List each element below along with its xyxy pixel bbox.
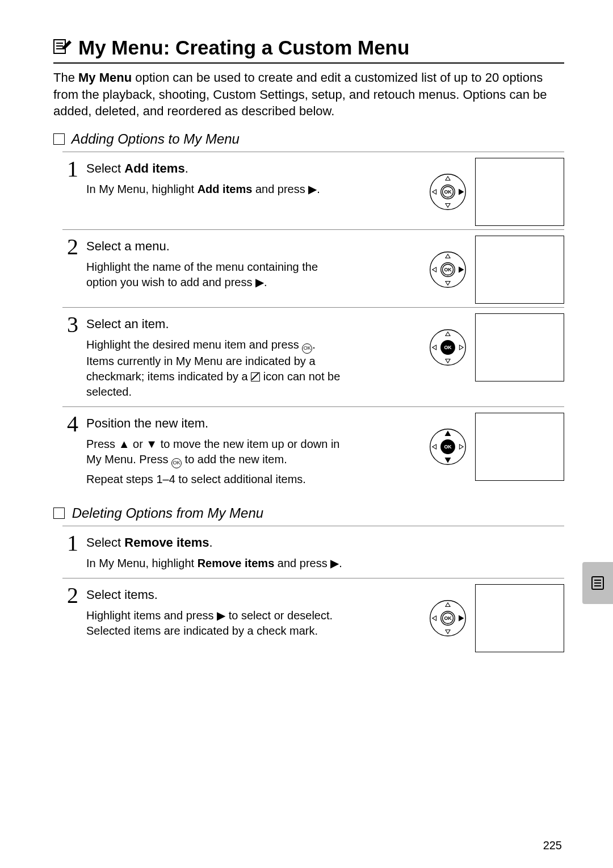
step-desc: Highlight items and press ▶ to select or… (86, 608, 342, 639)
screenshot-placeholder (475, 236, 564, 304)
add-step-2: 2 Select a menu. Highlight the name of t… (62, 229, 564, 307)
step-number: 2 (62, 236, 83, 258)
svg-marker-28 (433, 445, 436, 449)
step-heading: Select Remove items. (86, 535, 564, 550)
step-desc: In My Menu, highlight Remove items and p… (86, 556, 564, 571)
desc-post: and press ▶. (274, 557, 342, 569)
step-number: 4 (62, 413, 83, 435)
svg-marker-27 (445, 458, 451, 463)
dpad-ok-icon: OK (429, 328, 467, 367)
screenshot-placeholder (475, 413, 564, 481)
dpad-ok-label: OK (444, 345, 452, 350)
svg-marker-16 (433, 267, 436, 272)
add-step-3: 3 Select an item. Highlight the desired … (62, 307, 564, 406)
title-text: My Menu: Creating a Custom Menu (78, 36, 409, 59)
desc-post: and press ▶. (252, 183, 320, 195)
step-desc-2: Repeat steps 1–4 to select additional it… (86, 472, 342, 487)
svg-marker-10 (459, 189, 464, 195)
svg-marker-14 (446, 254, 450, 258)
step-heading: Position the new item. (86, 416, 429, 431)
svg-marker-15 (446, 281, 450, 285)
svg-marker-8 (446, 203, 450, 207)
add-step-4: 4 Position the new item. Press ▲ or ▼ to… (62, 406, 564, 494)
del-step-1: 1 Select Remove items. In My Menu, highl… (62, 526, 564, 578)
svg-marker-20 (446, 332, 450, 336)
svg-marker-9 (433, 190, 436, 194)
heading-post: . (185, 161, 188, 175)
step-heading: Select an item. (86, 317, 429, 332)
step-desc: In My Menu, highlight Add items and pres… (86, 182, 342, 197)
dpad-ok-label: OK (444, 267, 452, 272)
dpad-right-icon: OK (429, 599, 467, 638)
svg-marker-35 (433, 616, 436, 620)
ok-button-icon: OK (302, 343, 312, 354)
desc-a: Highlight the desired menu item and pres… (86, 338, 302, 351)
desc-bold: Add items (198, 183, 253, 195)
svg-marker-22 (433, 345, 436, 350)
step-heading: Select a menu. (86, 239, 429, 254)
svg-marker-29 (459, 445, 463, 449)
desc-bold: Remove items (198, 557, 275, 569)
heading-post: . (209, 535, 212, 550)
intro-paragraph: The My Menu option can be used to create… (53, 69, 564, 120)
dpad-ok-label: OK (444, 189, 452, 195)
section-deleting-title: Deleting Options from My Menu (53, 505, 564, 521)
step-number: 3 (62, 313, 83, 336)
screenshot-placeholder (475, 158, 564, 226)
prohibit-icon (251, 372, 260, 381)
dpad-right-icon: OK (429, 173, 467, 211)
dpad-ok-label: OK (444, 615, 452, 621)
section-deleting-text: Deleting Options from My Menu (72, 505, 263, 521)
heading-bold: Remove items (124, 535, 209, 550)
step-desc: Highlight the name of the menu containin… (86, 259, 342, 290)
dpad-updown-ok-icon: OK (429, 427, 467, 466)
page-number: 225 (543, 839, 562, 852)
side-tab (582, 562, 613, 604)
step-number: 2 (62, 584, 83, 607)
step-heading: Select items. (86, 588, 429, 602)
desc-pre: In My Menu, highlight (86, 183, 198, 195)
desc1-b: to add the new item. (182, 453, 287, 466)
svg-marker-23 (459, 345, 463, 350)
ok-button-icon: OK (171, 458, 182, 468)
del-step-2: 2 Select items. Highlight items and pres… (62, 578, 564, 656)
heading-bold: Add items (124, 161, 184, 175)
intro-pre: The (53, 70, 78, 85)
my-menu-icon (53, 38, 73, 58)
dpad-ok-label: OK (444, 444, 452, 450)
dpad-right-icon: OK (429, 250, 467, 289)
heading-pre: Select (86, 535, 124, 550)
svg-marker-33 (446, 603, 450, 607)
step-desc: Highlight the desired menu item and pres… (86, 337, 342, 400)
section-bullet-icon (53, 133, 65, 145)
step-heading: Select Add items. (86, 161, 429, 176)
svg-marker-36 (459, 615, 464, 622)
desc-pre: In My Menu, highlight (86, 557, 198, 569)
svg-marker-21 (446, 359, 450, 363)
svg-marker-7 (446, 177, 450, 181)
heading-pre: Select (86, 161, 124, 175)
screenshot-placeholder (475, 313, 564, 381)
intro-bold: My Menu (78, 70, 132, 85)
svg-marker-17 (459, 267, 464, 273)
section-adding-text: Adding Options to My Menu (72, 131, 240, 146)
page-title: My Menu: Creating a Custom Menu (53, 36, 564, 64)
step-number: 1 (62, 158, 83, 181)
svg-marker-34 (446, 630, 450, 634)
section-bullet-icon (53, 508, 65, 519)
step-desc-1: Press ▲ or ▼ to move the new item up or … (86, 437, 342, 468)
svg-marker-26 (445, 431, 451, 437)
step-number: 1 (62, 532, 83, 555)
section-adding-title: Adding Options to My Menu (53, 131, 564, 147)
menu-tab-icon (590, 575, 606, 591)
screenshot-placeholder (475, 584, 564, 652)
add-step-1: 1 Select Add items. In My Menu, highligh… (62, 152, 564, 229)
